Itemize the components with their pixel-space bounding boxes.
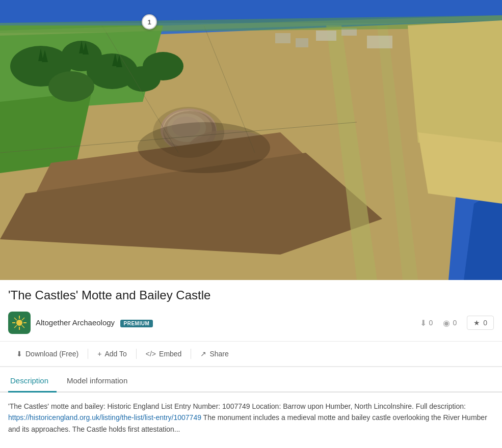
view-count: ◉ 0 bbox=[443, 318, 457, 328]
author-details: Altogether Archaeology PREMIUM bbox=[36, 318, 153, 327]
map-view: 1 bbox=[0, 0, 502, 280]
description-text-before-link: 'The Castles' motte and bailey: Historic… bbox=[8, 402, 466, 410]
link-text: https://historicengland.org.uk/listing/t… bbox=[8, 413, 201, 422]
view-number: 0 bbox=[453, 319, 457, 327]
download-count: ⬇ 0 bbox=[420, 318, 433, 328]
page-title: 'The Castles' Motte and Bailey Castle bbox=[8, 288, 494, 302]
tab-model-information-label: Model information bbox=[67, 376, 127, 385]
svg-point-8 bbox=[48, 71, 94, 102]
divider-2 bbox=[136, 349, 137, 359]
svg-rect-34 bbox=[275, 33, 290, 43]
description-link[interactable]: https://historicengland.org.uk/listing/t… bbox=[8, 413, 201, 422]
divider-3 bbox=[191, 349, 191, 359]
avatar-image bbox=[8, 312, 31, 334]
tab-model-information[interactable]: Model information bbox=[65, 369, 136, 393]
stats-row: ⬇ 0 ◉ 0 ★ 0 bbox=[420, 316, 494, 330]
marker-number: 1 bbox=[147, 18, 151, 26]
download-icon: ⬇ bbox=[16, 350, 22, 358]
download-button[interactable]: ⬇ Download (Free) bbox=[8, 347, 87, 361]
star-button[interactable]: ★ 0 bbox=[467, 316, 494, 330]
description-section: 'The Castles' motte and bailey: Historic… bbox=[0, 393, 502, 435]
svg-point-10 bbox=[143, 52, 183, 80]
tabs-bar: Description Model information bbox=[0, 369, 502, 393]
description-text: 'The Castles' motte and bailey: Historic… bbox=[8, 401, 494, 435]
map-marker: 1 bbox=[142, 14, 157, 30]
embed-icon: </> bbox=[146, 350, 156, 358]
star-count: 0 bbox=[483, 319, 487, 327]
view-stat-icon: ◉ bbox=[443, 318, 450, 328]
avatar[interactable] bbox=[8, 312, 31, 334]
tab-description-label: Description bbox=[10, 376, 48, 385]
star-icon: ★ bbox=[473, 319, 480, 327]
author-info: Altogether Archaeology PREMIUM bbox=[8, 312, 153, 334]
download-stat-icon: ⬇ bbox=[420, 318, 427, 328]
premium-badge: PREMIUM bbox=[120, 320, 153, 327]
svg-rect-33 bbox=[296, 38, 308, 47]
svg-rect-30 bbox=[316, 31, 336, 41]
archaeology-logo-icon bbox=[10, 314, 29, 332]
embed-button[interactable]: </> Embed bbox=[138, 347, 190, 361]
share-label: Share bbox=[209, 350, 228, 358]
download-number: 0 bbox=[429, 319, 433, 327]
add-to-button[interactable]: + Add To bbox=[89, 347, 135, 361]
author-name[interactable]: Altogether Archaeology bbox=[36, 318, 115, 327]
svg-marker-43 bbox=[418, 132, 502, 204]
embed-label: Embed bbox=[159, 350, 181, 358]
add-to-label: Add To bbox=[104, 350, 126, 358]
tab-description[interactable]: Description bbox=[8, 369, 57, 393]
action-bar: ⬇ Download (Free) + Add To </> Embed ↗ S… bbox=[0, 342, 502, 367]
download-label: Download (Free) bbox=[25, 350, 78, 358]
svg-rect-32 bbox=[367, 36, 392, 48]
add-to-icon: + bbox=[97, 350, 101, 358]
divider-1 bbox=[88, 349, 88, 359]
title-section: 'The Castles' Motte and Bailey Castle bbox=[0, 280, 502, 342]
svg-point-39 bbox=[153, 107, 224, 158]
terrain-background bbox=[0, 0, 502, 280]
share-button[interactable]: ↗ Share bbox=[192, 347, 236, 361]
share-icon: ↗ bbox=[200, 350, 206, 358]
svg-point-45 bbox=[16, 320, 22, 326]
author-row: Altogether Archaeology PREMIUM ⬇ 0 ◉ 0 ★… bbox=[8, 309, 494, 337]
terrain-svg bbox=[0, 0, 502, 280]
